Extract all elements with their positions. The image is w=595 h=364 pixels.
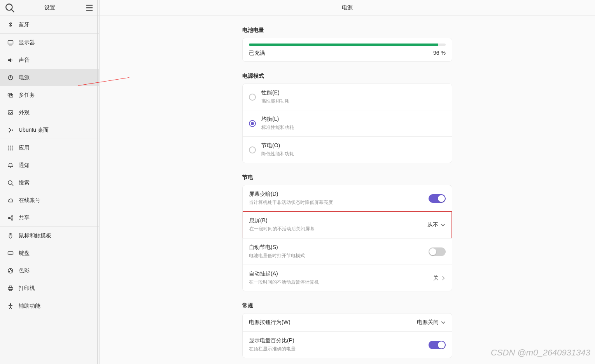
row-show-percent[interactable]: 显示电量百分比(P) 在顶栏显示准确的电量 (243, 331, 452, 358)
sidebar-item-bluetooth[interactable]: 蓝牙 (0, 16, 99, 33)
sidebar-item-multitask[interactable]: 多任务 (0, 86, 99, 104)
multitask-icon (7, 92, 14, 99)
hamburger-menu-icon[interactable] (84, 3, 94, 13)
svg-point-13 (12, 129, 13, 131)
color-icon (7, 267, 14, 274)
svg-rect-45 (9, 286, 12, 287)
printer-icon (7, 285, 14, 292)
sidebar-item-color[interactable]: 色彩 (0, 262, 99, 279)
sidebar-item-label: 在线账号 (19, 197, 40, 204)
sidebar-item-label: 电源 (19, 74, 30, 81)
search-icon[interactable] (5, 3, 15, 13)
sidebar-item-search[interactable]: 搜索 (0, 174, 99, 192)
sidebar-item-label: 多任务 (19, 92, 35, 99)
power-mode-card: 性能(E)高性能和功耗均衡(L)标准性能和功耗节电(O)降低性能和功耗 (242, 84, 452, 163)
sidebar-item-printer[interactable]: 打印机 (0, 279, 99, 297)
sidebar-item-appearance[interactable]: 外观 (0, 104, 99, 121)
sidebar-scrollbar[interactable] (97, 0, 98, 364)
row-auto-suspend[interactable]: 自动挂起(A) 在一段时间的不活动后暂停计算机 关 (243, 265, 452, 291)
row-power-mode-option[interactable]: 节电(O)降低性能和功耗 (243, 136, 452, 163)
svg-point-16 (8, 145, 9, 146)
apps-icon (7, 145, 14, 152)
battery-progress (249, 44, 446, 46)
svg-point-42 (12, 270, 12, 271)
svg-point-20 (10, 147, 11, 148)
svg-line-31 (10, 217, 11, 218)
sidebar-item-label: 声音 (19, 57, 30, 64)
svg-point-19 (8, 147, 9, 148)
svg-rect-35 (8, 252, 13, 255)
sidebar-item-ubuntu[interactable]: Ubuntu 桌面 (0, 121, 99, 139)
sidebar-item-label: 通知 (19, 162, 30, 169)
sidebar-item-cloud[interactable]: 在线账号 (0, 192, 99, 209)
svg-point-14 (9, 128, 10, 129)
appearance-icon (7, 109, 14, 116)
row-blank-screen[interactable]: 息屏(B) 在一段时间的不活动后关闭屏幕 从不 (242, 211, 452, 239)
switch-dim-screen[interactable] (429, 194, 446, 203)
search-icon (7, 179, 14, 186)
sidebar-item-mouse[interactable]: 鼠标和触摸板 (0, 227, 99, 244)
sidebar-item-keyboard[interactable]: 键盘 (0, 244, 99, 262)
sidebar-item-label: 搜索 (19, 179, 30, 186)
page-title: 电源 (100, 0, 595, 16)
sidebar-item-accessibility[interactable]: 辅助功能 (0, 297, 99, 315)
row-power-mode-option[interactable]: 均衡(L)标准性能和功耗 (243, 110, 452, 136)
link-auto-suspend[interactable]: 关 (433, 275, 446, 282)
bluetooth-icon (7, 21, 14, 28)
app-title: 设置 (15, 4, 84, 11)
svg-point-41 (10, 269, 11, 270)
cloud-icon (7, 197, 14, 204)
switch-show-percent[interactable] (429, 341, 446, 349)
power-saving-card: 屏幕变暗(D) 当计算机处于非活动状态时降低屏幕亮度 息屏(B) 在一段时间的不… (242, 185, 452, 291)
dropdown-blank-screen[interactable]: 从不 (427, 221, 445, 228)
svg-point-15 (9, 131, 10, 132)
main-pane: 电源 电池电量 已充满 96 % 电源模式 性能(E)高性能和功耗均衡(L)标准… (100, 0, 595, 364)
svg-point-18 (12, 145, 13, 146)
accessibility-icon (7, 303, 14, 310)
svg-point-24 (12, 149, 13, 150)
svg-point-43 (9, 271, 10, 272)
radio-button[interactable] (249, 120, 256, 127)
sidebar-item-power[interactable]: 电源 (0, 69, 99, 86)
content-scroll[interactable]: 电池电量 已充满 96 % 电源模式 性能(E)高性能和功耗均衡(L)标准性能和… (100, 16, 595, 364)
row-power-mode-option[interactable]: 性能(E)高性能和功耗 (243, 84, 452, 110)
svg-point-26 (8, 181, 12, 185)
power-icon (7, 74, 14, 81)
sidebar-item-label: 共享 (19, 214, 30, 221)
sidebar-item-label: Ubuntu 桌面 (19, 127, 49, 134)
sidebar: 设置 蓝牙显示器声音电源多任务外观Ubuntu 桌面应用通知搜索在线账号共享鼠标… (0, 0, 100, 364)
battery-status: 已充满 (249, 50, 265, 57)
radio-button[interactable] (249, 94, 256, 101)
display-icon (7, 39, 14, 46)
sidebar-item-share[interactable]: 共享 (0, 209, 99, 226)
sidebar-item-label: 辅助功能 (19, 303, 40, 310)
chevron-down-icon (441, 223, 445, 227)
dropdown-power-button[interactable]: 电源关闭 (417, 319, 446, 326)
switch-auto-saving[interactable] (429, 247, 446, 256)
svg-point-30 (11, 219, 13, 220)
svg-rect-5 (8, 40, 13, 44)
sound-icon (7, 57, 14, 64)
svg-point-0 (6, 4, 12, 10)
sidebar-item-apps[interactable]: 应用 (0, 139, 99, 157)
sidebar-item-sound[interactable]: 声音 (0, 51, 99, 69)
section-title-battery: 电池电量 (242, 27, 452, 34)
svg-line-27 (12, 184, 13, 186)
row-auto-saving[interactable]: 自动节电(S) 电池电量低时打开节电模式 (243, 238, 452, 265)
svg-point-47 (10, 303, 11, 305)
general-card: 电源按钮行为(W) 电源关闭 显示电量百分比(P) 在顶栏显示准确的电量 (242, 313, 452, 358)
row-power-button[interactable]: 电源按钮行为(W) 电源关闭 (243, 313, 452, 331)
chevron-right-icon (441, 276, 446, 280)
sidebar-item-label: 鼠标和触摸板 (19, 232, 51, 239)
svg-point-29 (11, 216, 13, 217)
sidebar-item-notifications[interactable]: 通知 (0, 157, 99, 174)
svg-rect-46 (9, 289, 12, 291)
svg-point-23 (10, 149, 11, 150)
sidebar-item-display[interactable]: 显示器 (0, 34, 99, 51)
sidebar-item-label: 显示器 (19, 39, 35, 46)
svg-line-32 (10, 218, 11, 219)
radio-button[interactable] (249, 146, 256, 153)
sidebar-item-label: 色彩 (19, 267, 30, 274)
row-dim-screen[interactable]: 屏幕变暗(D) 当计算机处于非活动状态时降低屏幕亮度 (243, 185, 452, 211)
battery-percent: 96 % (433, 50, 446, 57)
